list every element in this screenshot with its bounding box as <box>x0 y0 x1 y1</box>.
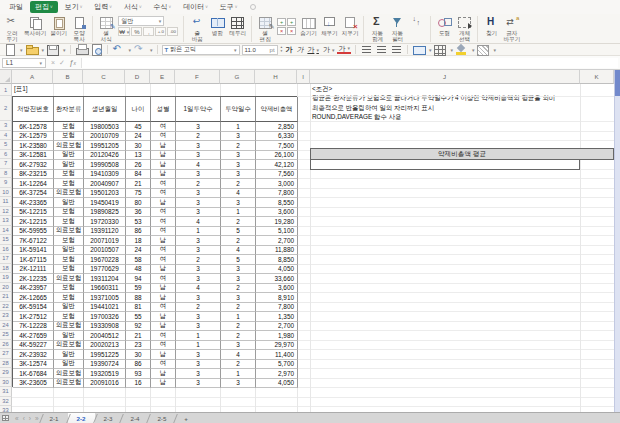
name-box[interactable]: L1 <box>2 58 46 68</box>
table-cell[interactable]: 3 <box>176 360 221 370</box>
table-header-cell[interactable]: 처방전번호 <box>13 97 54 122</box>
row-header-2[interactable]: 2 <box>0 96 12 121</box>
table-cell[interactable]: 93 <box>126 369 151 379</box>
table-cell[interactable]: 6K-27932 <box>13 160 54 170</box>
row-header-22[interactable]: 22 <box>0 302 12 312</box>
table-cell[interactable]: 6,330 <box>256 132 298 142</box>
menu-item-입력[interactable]: 입력˅ <box>89 1 117 13</box>
table-cell[interactable]: 2,700 <box>256 236 298 246</box>
underline-button[interactable]: 가 <box>306 45 320 55</box>
table-cell[interactable]: 48 <box>126 265 151 275</box>
table-cell[interactable]: 19800503 <box>84 122 126 132</box>
table-cell[interactable]: 1 <box>176 331 221 341</box>
row-header-3[interactable]: 3 <box>0 121 12 131</box>
row-header-16[interactable]: 16 <box>0 245 12 255</box>
table-cell[interactable]: 19951225 <box>84 350 126 360</box>
table-cell[interactable]: 보험 <box>54 170 84 180</box>
table-cell[interactable]: 4K-59227 <box>13 341 54 351</box>
column-header-H[interactable]: H <box>255 70 297 84</box>
table-cell[interactable]: 4,050 <box>256 379 298 389</box>
table-cell[interactable]: 3 <box>176 379 221 389</box>
table-cell[interactable]: 보험 <box>54 293 84 303</box>
table-cell[interactable]: 8,850 <box>256 255 298 265</box>
row-header-32[interactable]: 32 <box>0 397 12 407</box>
row-header-5[interactable]: 5 <box>0 140 12 150</box>
vertical-scrollbar[interactable] <box>614 70 620 412</box>
table-cell[interactable]: 3 <box>176 198 221 208</box>
menu-item-편집[interactable]: 편집˅ <box>30 1 58 13</box>
table-cell[interactable]: 여 <box>151 208 176 218</box>
table-header-cell[interactable]: 환자분류 <box>54 97 84 122</box>
table-cell[interactable]: 남 <box>151 350 176 360</box>
table-cell[interactable]: 36 <box>126 208 151 218</box>
table-cell[interactable]: 19501203 <box>84 189 126 199</box>
table-cell[interactable]: 의료보험 <box>54 189 84 199</box>
row-header-23[interactable]: 23 <box>0 311 12 321</box>
border-icon[interactable] <box>433 44 446 55</box>
number-format-select[interactable]: 일반 <box>118 16 164 26</box>
table-cell[interactable]: 1 <box>221 208 256 218</box>
table-cell[interactable]: 여 <box>151 246 176 256</box>
ribbon-button-borders[interactable]: 테두리 <box>227 15 248 37</box>
ribbon-button-object-select[interactable]: 개체 선택 <box>454 15 474 43</box>
print-preview-icon[interactable] <box>90 44 103 55</box>
table-cell[interactable]: 19990508 <box>84 160 126 170</box>
table-cell[interactable]: 의료보험 <box>54 141 84 151</box>
table-cell[interactable]: 3 <box>221 265 256 275</box>
table-cell[interactable]: 3 <box>221 132 256 142</box>
table-cell[interactable]: 2,700 <box>256 322 298 332</box>
table-cell[interactable]: 3 <box>176 170 221 180</box>
row-header-10[interactable]: 10 <box>0 188 12 198</box>
row-header-15[interactable]: 15 <box>0 235 12 245</box>
table-cell[interactable]: 1 <box>221 122 256 132</box>
menu-item-도구[interactable]: 도구˅ <box>215 1 243 13</box>
table-cell[interactable]: 2 <box>221 322 256 332</box>
table-cell[interactable]: 보험 <box>54 265 84 275</box>
first-sheet-icon[interactable]: « <box>13 415 21 422</box>
table-cell[interactable]: 24 <box>126 132 151 142</box>
row-header-6[interactable]: 6 <box>0 150 12 160</box>
align-right-icon[interactable] <box>390 44 403 55</box>
table-cell[interactable]: 2 <box>221 217 256 227</box>
table-cell[interactable]: 4,050 <box>256 265 298 275</box>
table-cell[interactable]: 84 <box>126 170 151 180</box>
table-cell[interactable]: 3 <box>221 170 256 180</box>
row-header-11[interactable]: 11 <box>0 197 12 207</box>
table-cell[interactable]: 20120426 <box>84 151 126 161</box>
table-cell[interactable]: 4 <box>221 189 256 199</box>
comma-format-icon[interactable]: , <box>143 27 154 36</box>
formula-input[interactable] <box>81 58 618 68</box>
column-header-I[interactable]: I <box>297 70 310 84</box>
table-cell[interactable]: 4 <box>221 350 256 360</box>
table-cell[interactable]: 2 <box>176 179 221 189</box>
row-header-4[interactable]: 4 <box>0 131 12 141</box>
ribbon-button-cell-edit[interactable]: 셀 편집 <box>255 15 275 43</box>
table-cell[interactable]: 여 <box>151 189 176 199</box>
condition-title[interactable]: <조건> <box>312 85 332 94</box>
ribbon-button-format-copy[interactable]: 모양 복사 <box>69 15 89 43</box>
sheet-tab-2-1[interactable]: 2-1 <box>41 413 68 423</box>
table-cell[interactable]: 45 <box>126 122 151 132</box>
table-cell[interactable]: 보험 <box>54 122 84 132</box>
table-cell[interactable]: 일반 <box>54 360 84 370</box>
table-cell[interactable]: 1K-67684 <box>13 369 54 379</box>
table-cell[interactable]: 16 <box>126 379 151 389</box>
table-cell[interactable]: 11,880 <box>256 246 298 256</box>
table-cell[interactable]: 2K-12579 <box>13 132 54 142</box>
table-cell[interactable]: 여 <box>151 227 176 237</box>
font-outline-button[interactable]: 가 <box>322 45 336 55</box>
table-cell[interactable]: 1 <box>176 341 221 351</box>
table-cell[interactable]: 남 <box>151 170 176 180</box>
new-caret-icon[interactable] <box>18 46 23 53</box>
table-cell[interactable]: 3 <box>176 322 221 332</box>
table-cell[interactable]: 7,800 <box>256 303 298 313</box>
table-cell[interactable]: 일반 <box>54 246 84 256</box>
table-cell[interactable]: 남 <box>151 151 176 161</box>
table-cell[interactable]: 3,000 <box>256 179 298 189</box>
increase-decimal-icon[interactable]: +.0 <box>155 27 166 36</box>
table-cell[interactable]: 일반 <box>54 160 84 170</box>
table-cell[interactable]: 5K-12215 <box>13 208 54 218</box>
table-cell[interactable]: 2K-23932 <box>13 350 54 360</box>
ribbon-button-cell-format[interactable]: 셀 서식 <box>96 15 116 43</box>
align-left-icon[interactable] <box>360 44 373 55</box>
